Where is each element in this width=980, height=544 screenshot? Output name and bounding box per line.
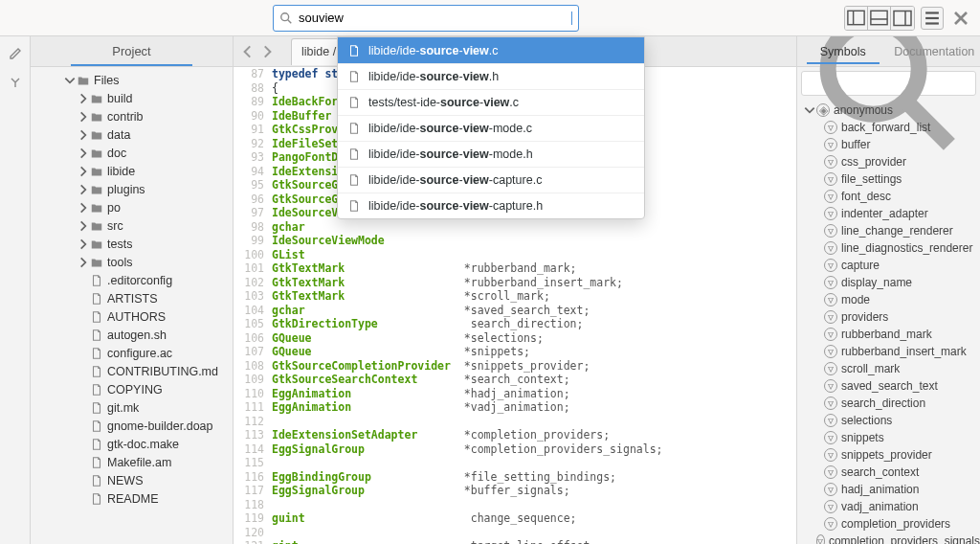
code-line[interactable]: 114 EggSignalGroup *completion_providers…	[234, 442, 796, 457]
code-line[interactable]: 121 gint target_line_offset;	[234, 539, 796, 544]
search-result-item[interactable]: libide/ide-source-view.c	[338, 37, 644, 63]
code-line[interactable]: 110 EggAnimation *hadj_animation;	[234, 387, 796, 401]
code-line[interactable]: 105 GtkDirectionType search_direction;	[234, 317, 796, 331]
svg-rect-6	[894, 11, 911, 25]
symbol-item[interactable]: ▿line_diagnostics_renderer	[797, 239, 980, 257]
file-item[interactable]: git.mk	[63, 398, 233, 417]
symbol-item[interactable]: ▿vadj_animation	[797, 498, 980, 515]
panel-toggle-bottom[interactable]	[868, 7, 891, 30]
code-line[interactable]: 120	[234, 526, 796, 540]
search-result-item[interactable]: libide/ide-source-view-capture.h	[338, 193, 644, 218]
file-item[interactable]: .editorconfig	[63, 271, 233, 289]
search-result-item[interactable]: libide/ide-source-view-mode.c	[338, 115, 644, 141]
file-item[interactable]: configure.ac	[63, 344, 233, 362]
file-item[interactable]: gtk-doc.make	[63, 435, 233, 453]
code-line[interactable]: 104 gchar *saved_search_text;	[234, 304, 796, 318]
symbol-root[interactable]: ◈anonymous	[797, 102, 980, 119]
global-search-input[interactable]	[299, 11, 572, 25]
symbol-item[interactable]: ▿completion_providers_signals	[797, 533, 980, 544]
symbols-search[interactable]	[801, 71, 976, 96]
panel-toggle-left[interactable]	[845, 7, 868, 30]
project-sidebar: Project Filesbuildcontribdatadoclibidepl…	[31, 36, 234, 544]
symbol-item[interactable]: ▿snippets	[797, 429, 980, 446]
symbol-item[interactable]: ▿capture	[797, 257, 980, 274]
folder-item[interactable]: tools	[63, 253, 233, 271]
code-line[interactable]: 108 GtkSourceCompletionProvider *snippet…	[234, 359, 796, 374]
folder-item[interactable]: contrib	[63, 107, 233, 125]
symbol-item[interactable]: ▿buffer	[797, 136, 980, 153]
symbol-item[interactable]: ▿hadj_animation	[797, 481, 980, 498]
search-result-item[interactable]: tests/test-ide-source-view.c	[338, 89, 644, 115]
folder-item[interactable]: src	[63, 216, 233, 235]
code-line[interactable]: 112	[234, 415, 796, 429]
code-line[interactable]: 113 IdeExtensionSetAdapter *completion_p…	[234, 428, 796, 442]
folder-item[interactable]: po	[63, 198, 233, 216]
symbol-item[interactable]: ▿indenter_adapter	[797, 205, 980, 222]
file-item[interactable]: Makefile.am	[63, 453, 233, 471]
file-item[interactable]: README	[63, 489, 233, 508]
file-item[interactable]: Files	[63, 71, 233, 89]
tools-icon[interactable]	[8, 75, 23, 90]
symbol-item[interactable]: ▿snippets_provider	[797, 446, 980, 464]
symbol-item[interactable]: ▿css_provider	[797, 153, 980, 170]
project-tab[interactable]: Project	[112, 44, 150, 58]
search-result-item[interactable]: libide/ide-source-view-mode.h	[338, 141, 644, 167]
search-result-item[interactable]: libide/ide-source-view-capture.c	[338, 167, 644, 193]
folder-item[interactable]: doc	[63, 144, 233, 162]
file-item[interactable]: ARTISTS	[63, 289, 233, 307]
file-item[interactable]: COPYING	[63, 380, 233, 398]
panel-toggle-right[interactable]	[891, 7, 914, 30]
code-line[interactable]: 111 EggAnimation *vadj_animation;	[234, 400, 796, 415]
search-result-item[interactable]: libide/ide-source-view.h	[338, 63, 644, 89]
symbol-item[interactable]: ▿mode	[797, 291, 980, 308]
symbol-item[interactable]: ▿scroll_mark	[797, 360, 980, 377]
code-line[interactable]: 101 GtkTextMark *rubberband_mark;	[234, 261, 796, 276]
nav-back-button[interactable]	[239, 41, 256, 62]
code-line[interactable]: 118	[234, 498, 796, 512]
symbol-item[interactable]: ▿search_context	[797, 464, 980, 481]
file-item[interactable]: AUTHORS	[63, 307, 233, 326]
folder-item[interactable]: tests	[63, 235, 233, 253]
symbol-item[interactable]: ▿font_desc	[797, 188, 980, 205]
code-line[interactable]: 102 GtkTextMark *rubberband_insert_mark;	[234, 276, 796, 290]
code-line[interactable]: 117 EggSignalGroup *buffer_signals;	[234, 484, 796, 498]
documentation-tab[interactable]: Documentation	[889, 39, 981, 64]
folder-item[interactable]: build	[63, 89, 233, 107]
folder-item[interactable]: plugins	[63, 180, 233, 198]
file-item[interactable]: NEWS	[63, 471, 233, 489]
symbol-item[interactable]: ▿saved_search_text	[797, 377, 980, 395]
code-line[interactable]: 103 GtkTextMark *scroll_mark;	[234, 289, 796, 304]
folder-item[interactable]: data	[63, 125, 233, 144]
symbol-item[interactable]: ▿line_change_renderer	[797, 222, 980, 239]
global-search[interactable]	[273, 5, 579, 32]
symbol-item[interactable]: ▿rubberband_mark	[797, 326, 980, 343]
file-item[interactable]: gnome-builder.doap	[63, 417, 233, 435]
code-line[interactable]: 98 gchar	[234, 220, 796, 235]
symbol-item[interactable]: ▿rubberband_insert_mark	[797, 343, 980, 360]
symbol-item[interactable]: ▿back_forward_list	[797, 119, 980, 136]
symbols-tab[interactable]: Symbols	[797, 39, 889, 64]
symbol-item[interactable]: ▿completion_providers	[797, 515, 980, 533]
nav-forward-button[interactable]	[258, 41, 276, 62]
hamburger-menu-button[interactable]	[921, 7, 944, 30]
code-line[interactable]: 106 GQueue *selections;	[234, 331, 796, 346]
symbol-item[interactable]: ▿search_direction	[797, 395, 980, 412]
symbol-item[interactable]: ▿selections	[797, 412, 980, 429]
file-item[interactable]: autogen.sh	[63, 326, 233, 344]
symbol-item[interactable]: ▿display_name	[797, 274, 980, 291]
symbol-item[interactable]: ▿file_settings	[797, 170, 980, 188]
code-line[interactable]: 115	[234, 456, 796, 470]
code-line[interactable]: 107 GQueue *snippets;	[234, 345, 796, 359]
folder-item[interactable]: libide	[63, 162, 233, 180]
svg-point-0	[281, 12, 289, 20]
code-line[interactable]: 116 EggBindingGroup *file_setting_bindin…	[234, 470, 796, 485]
code-line[interactable]: 119 guint change_sequence;	[234, 511, 796, 526]
code-line[interactable]: 100 GList	[234, 248, 796, 262]
symbol-item[interactable]: ▿providers	[797, 308, 980, 326]
file-item[interactable]: CONTRIBUTING.md	[63, 362, 233, 380]
edit-icon[interactable]	[8, 46, 23, 61]
search-results-popover: libide/ide-source-view.clibide/ide-sourc…	[337, 36, 645, 219]
window-close-button[interactable]	[949, 7, 972, 30]
code-line[interactable]: 99 IdeSourceViewMode	[234, 234, 796, 248]
code-line[interactable]: 109 GtkSourceSearchContext *search_conte…	[234, 373, 796, 387]
